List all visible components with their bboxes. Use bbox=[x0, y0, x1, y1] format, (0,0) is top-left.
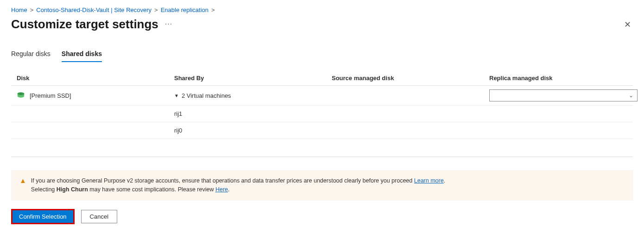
col-disk: Disk bbox=[17, 75, 174, 82]
vm-name: rij0 bbox=[174, 127, 332, 134]
table-header: Disk Shared By Source managed disk Repli… bbox=[11, 71, 633, 86]
page-root: Home > Contoso-Shared-Disk-Vault | Site … bbox=[0, 0, 644, 229]
shared-by-cell[interactable]: ▼ 2 Virtual machines bbox=[174, 92, 332, 99]
replica-managed-disk-cell: ⌄ bbox=[489, 89, 638, 101]
chevron-down-icon: ⌄ bbox=[629, 92, 633, 99]
breadcrumb-home[interactable]: Home bbox=[11, 6, 27, 13]
high-churn-label: High Churn bbox=[57, 186, 88, 193]
chevron-down-icon: ▼ bbox=[174, 93, 179, 98]
more-actions-icon[interactable]: ··· bbox=[165, 20, 172, 29]
confirm-selection-button[interactable]: Confirm Selection bbox=[11, 209, 75, 224]
close-icon[interactable]: ✕ bbox=[622, 19, 633, 30]
shared-by-count: 2 Virtual machines bbox=[182, 92, 231, 99]
col-replica-managed-disk: Replica managed disk bbox=[489, 75, 627, 82]
title-row: Customize target settings ··· ✕ bbox=[11, 17, 633, 32]
col-source-managed-disk: Source managed disk bbox=[332, 75, 489, 82]
warning-icon: ▲ bbox=[19, 177, 26, 185]
tabs: Regular disks Shared disks bbox=[11, 50, 633, 63]
footer-area: ▲ If you are choosing General Purpose v2… bbox=[11, 157, 633, 229]
warning-banner: ▲ If you are choosing General Purpose v2… bbox=[11, 170, 633, 201]
disk-label: [Premium SSD] bbox=[30, 92, 71, 99]
breadcrumb-sep-1: > bbox=[30, 6, 34, 13]
disks-table: Disk Shared By Source managed disk Repli… bbox=[11, 71, 633, 139]
table-row: [Premium SSD] ▼ 2 Virtual machines ⌄ bbox=[11, 86, 633, 106]
tab-regular-disks[interactable]: Regular disks bbox=[11, 50, 51, 62]
breadcrumb-vault[interactable]: Contoso-Shared-Disk-Vault | Site Recover… bbox=[36, 6, 152, 13]
learn-more-link[interactable]: Learn more bbox=[414, 177, 444, 184]
table-row: rij1 bbox=[11, 106, 633, 122]
breadcrumb-sep-2: > bbox=[154, 6, 158, 13]
breadcrumb-enable[interactable]: Enable replication bbox=[161, 6, 208, 13]
vm-name: rij1 bbox=[174, 110, 332, 117]
breadcrumb: Home > Contoso-Shared-Disk-Vault | Site … bbox=[11, 6, 633, 13]
disk-cell: [Premium SSD] bbox=[17, 91, 174, 100]
cancel-button[interactable]: Cancel bbox=[81, 210, 117, 223]
action-row: Confirm Selection Cancel bbox=[11, 209, 633, 229]
table-row: rij0 bbox=[11, 122, 633, 139]
disk-icon bbox=[17, 91, 25, 100]
here-link[interactable]: Here bbox=[215, 186, 228, 193]
replica-managed-disk-select[interactable]: ⌄ bbox=[489, 89, 638, 101]
warning-text: If you are choosing General Purpose v2 s… bbox=[31, 177, 445, 194]
svg-point-2 bbox=[20, 94, 22, 95]
tab-shared-disks[interactable]: Shared disks bbox=[62, 50, 102, 62]
page-title: Customize target settings bbox=[11, 17, 158, 32]
col-shared-by: Shared By bbox=[174, 75, 332, 82]
breadcrumb-sep-3: > bbox=[211, 6, 215, 13]
